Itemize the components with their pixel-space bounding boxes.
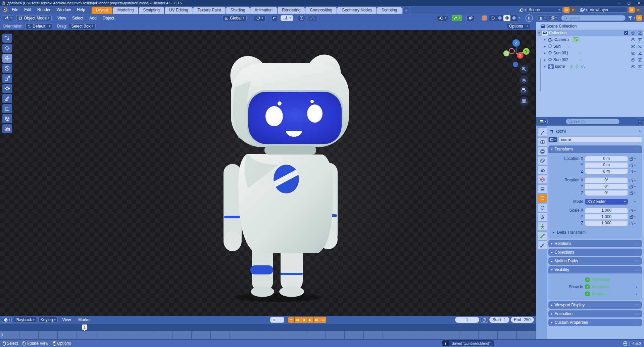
- tool-add-cube[interactable]: [2, 114, 12, 123]
- mode-dropdown[interactable]: Object Mode ▾: [16, 15, 52, 21]
- properties-search[interactable]: [566, 119, 620, 124]
- animate-dot[interactable]: •: [634, 200, 636, 204]
- properties-editor-type-button[interactable]: ▾: [538, 119, 548, 124]
- outliner-display-mode-button[interactable]: ▾: [538, 15, 547, 21]
- tab-modeling[interactable]: Modeling: [113, 7, 138, 14]
- expand-chevron-icon[interactable]: ▸: [543, 65, 547, 68]
- pan-hand-button[interactable]: [519, 75, 529, 84]
- minimize-button[interactable]: ─: [614, 0, 624, 6]
- panel-delta-transform[interactable]: ▸Delta Transform: [548, 229, 640, 235]
- new-collection-button[interactable]: ⊞: [636, 15, 642, 21]
- show-overlays-toggle[interactable]: ▾: [437, 15, 448, 21]
- lock-icon[interactable]: [630, 171, 633, 173]
- rotation-mode-dropdown[interactable]: XYZ Euler▾: [585, 199, 628, 205]
- current-frame-field[interactable]: 1: [455, 317, 479, 323]
- lock-icon[interactable]: [630, 210, 633, 212]
- pin-icon[interactable]: ✒: [637, 129, 642, 134]
- menu-add[interactable]: Add: [86, 16, 99, 20]
- menu-edit[interactable]: Edit: [21, 7, 34, 12]
- tab-output[interactable]: [538, 147, 547, 155]
- lock-icon[interactable]: [630, 158, 633, 161]
- shading-material-button[interactable]: [503, 15, 510, 21]
- tab-collection[interactable]: [538, 185, 547, 193]
- timeline-editor-type-button[interactable]: ▾: [2, 317, 12, 323]
- animate-dot[interactable]: •: [634, 178, 636, 182]
- properties-options-button[interactable]: ▾: [638, 119, 642, 124]
- animate-dot[interactable]: •: [634, 215, 636, 219]
- viewlayer-dropdown-caret[interactable]: ▾: [586, 8, 587, 11]
- timeline-ruler[interactable]: 1: [0, 324, 536, 331]
- object-type-dropdown[interactable]: ▾: [548, 137, 557, 142]
- animate-dot[interactable]: •: [634, 163, 636, 167]
- tab-world[interactable]: [538, 175, 547, 183]
- delete-scene-button[interactable]: ✕: [570, 7, 576, 13]
- object-name-field[interactable]: кости: [558, 136, 642, 143]
- orthographic-grid-button[interactable]: [519, 97, 529, 106]
- lock-icon[interactable]: [630, 180, 633, 182]
- options-button[interactable]: Options ▾: [507, 23, 530, 29]
- camera-view-button[interactable]: [519, 86, 529, 95]
- viewport-canvas[interactable]: Z Y X ‹: [0, 30, 536, 316]
- frame-start-field[interactable]: Start 1: [489, 317, 509, 323]
- outliner-search-input[interactable]: [568, 16, 623, 20]
- disable-render-icon[interactable]: [638, 45, 642, 48]
- xray-toggle[interactable]: [466, 15, 475, 21]
- play-button[interactable]: ▶: [307, 317, 313, 323]
- panel-motion-paths[interactable]: ▸Motion Paths::::: [548, 257, 642, 265]
- outliner-row-sun-002[interactable]: ▸ Sun.002 ☼: [537, 56, 643, 63]
- snap-settings-dropdown[interactable]: ▾: [281, 15, 293, 21]
- playback-menu[interactable]: Playback▾: [13, 317, 37, 323]
- mesh-data-badge[interactable]: ▽4: [581, 64, 585, 69]
- menu-select[interactable]: Select: [69, 16, 86, 20]
- new-scene-button[interactable]: ⧉: [563, 7, 569, 13]
- tab-bone-constraint[interactable]: [538, 241, 547, 249]
- drag-dropdown[interactable]: Select Box ▾: [69, 23, 95, 29]
- filter-funnel-icon[interactable]: [628, 16, 632, 20]
- play-reverse-button[interactable]: ◀: [301, 317, 307, 323]
- timeline-menu-view[interactable]: View: [59, 317, 74, 322]
- filter-dropdown-caret[interactable]: ▾: [634, 16, 635, 19]
- menu-view[interactable]: View: [54, 16, 69, 20]
- show-viewports-checkbox[interactable]: ✓: [585, 285, 590, 289]
- tab-geometry-nodes[interactable]: Geometry Nodes: [337, 7, 377, 14]
- menu-window[interactable]: Window: [53, 7, 74, 12]
- tool-transform[interactable]: [2, 84, 12, 93]
- disable-render-icon[interactable]: [638, 65, 642, 68]
- outliner-row-sun-001[interactable]: ▸ Sun.001 ☼: [537, 50, 643, 56]
- show-gizmo-toggle[interactable]: ▾: [452, 15, 462, 21]
- camera-data-badge[interactable]: [573, 37, 579, 42]
- tab-constraints[interactable]: [538, 213, 547, 221]
- panel-viewport-display[interactable]: ▸Viewport Display::::: [548, 301, 642, 309]
- scene-icon[interactable]: [518, 7, 524, 12]
- timeline-channel-area[interactable]: ❯: [0, 331, 536, 339]
- animate-dot[interactable]: •: [634, 208, 636, 212]
- tab-sculpting[interactable]: Sculpting: [139, 7, 164, 14]
- pivot-point-dropdown[interactable]: ▾: [254, 15, 265, 21]
- use-preview-range-toggle[interactable]: [481, 317, 488, 323]
- disable-render-icon[interactable]: [638, 58, 642, 61]
- menu-file[interactable]: File: [9, 7, 21, 12]
- menu-help[interactable]: Help: [74, 7, 88, 12]
- panel-grip[interactable]: ::::: [635, 147, 639, 151]
- hide-eye-icon[interactable]: [631, 45, 635, 48]
- outliner-filter-collection-button[interactable]: ▾: [549, 15, 558, 21]
- tab-texture-paint[interactable]: Texture Paint: [193, 7, 226, 14]
- tab-scripting[interactable]: Scripting: [377, 7, 402, 14]
- delete-viewlayer-button[interactable]: ✕: [635, 7, 641, 13]
- animate-dot[interactable]: •: [636, 292, 637, 296]
- selectable-checkbox[interactable]: ✓: [585, 277, 590, 282]
- frame-end-field[interactable]: End 250: [511, 317, 534, 323]
- saved-notification[interactable]: i Saved "долбаёб.blend": [442, 340, 494, 346]
- hide-eye-icon[interactable]: [631, 52, 635, 55]
- tab-layout[interactable]: Layout: [92, 7, 112, 14]
- editor-type-button[interactable]: ▾: [2, 15, 14, 21]
- rotation-y-field[interactable]: 0°: [585, 184, 628, 189]
- close-button[interactable]: ✕: [634, 0, 644, 6]
- expand-chevron-icon[interactable]: ▸: [543, 51, 547, 55]
- scene-dropdown-caret[interactable]: ▾: [525, 8, 526, 11]
- hide-eye-icon[interactable]: [631, 65, 635, 68]
- proportional-editing-toggle[interactable]: [298, 15, 305, 21]
- menu-render[interactable]: Render: [34, 7, 53, 12]
- tab-render[interactable]: [538, 138, 547, 146]
- tab-uv-editing[interactable]: UV Editing: [165, 7, 193, 14]
